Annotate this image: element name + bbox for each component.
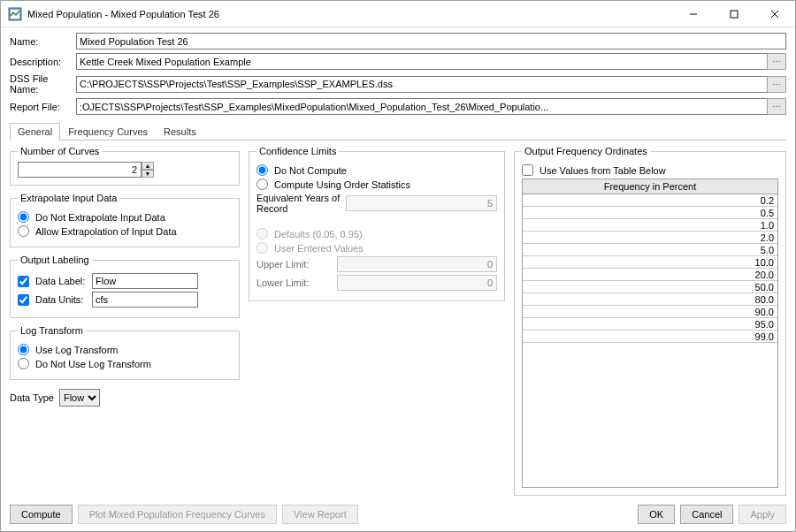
data-units-label: Data Units: bbox=[35, 294, 88, 305]
frequency-cell[interactable]: 1.0 bbox=[523, 219, 777, 232]
tab-frequency-curves[interactable]: Frequency Curves bbox=[60, 123, 156, 141]
log-transform-group: Log Transform Use Log Transform Do Not U… bbox=[10, 325, 240, 380]
data-units-input[interactable] bbox=[92, 292, 198, 308]
user-entered-radio: User Entered Values bbox=[256, 242, 497, 254]
lower-limit-label: Lower Limit: bbox=[256, 277, 332, 288]
svg-rect-3 bbox=[731, 11, 738, 18]
apply-button: Apply bbox=[739, 505, 786, 524]
close-button[interactable] bbox=[754, 1, 795, 27]
tab-bar: General Frequency Curves Results bbox=[10, 122, 786, 141]
extrapolate-yes-radio[interactable]: Allow Extrapolation of Input Data bbox=[18, 225, 232, 237]
output-frequency-ordinates-group: Output Frequency Ordinates Use Values fr… bbox=[514, 146, 786, 496]
number-of-curves-input[interactable] bbox=[18, 162, 142, 178]
confidence-limits-legend: Confidence Limits bbox=[256, 146, 339, 156]
name-input[interactable] bbox=[76, 33, 786, 49]
cancel-button[interactable]: Cancel bbox=[680, 505, 733, 524]
frequency-cell[interactable]: 0.5 bbox=[523, 207, 777, 219]
frequency-cell[interactable]: 5.0 bbox=[523, 244, 777, 256]
description-label: Description: bbox=[10, 57, 76, 67]
upper-limit-label: Upper Limit: bbox=[256, 259, 332, 270]
ok-button[interactable]: OK bbox=[638, 505, 675, 524]
extrapolate-legend: Extrapolate Input Data bbox=[18, 193, 119, 203]
data-label-label: Data Label: bbox=[35, 276, 88, 286]
confidence-limits-group: Confidence Limits Do Not Compute Compute… bbox=[249, 146, 505, 301]
tab-results[interactable]: Results bbox=[156, 123, 204, 141]
extrapolate-group: Extrapolate Input Data Do Not Extrapolat… bbox=[10, 193, 240, 247]
dssfile-input[interactable] bbox=[76, 76, 768, 93]
frequency-cell[interactable]: 20.0 bbox=[523, 269, 777, 281]
data-type-select[interactable]: Flow bbox=[59, 389, 100, 407]
log-use-radio[interactable]: Use Log Transform bbox=[18, 344, 232, 355]
minimize-button[interactable] bbox=[673, 1, 714, 27]
window-title: Mixed Population - Mixed Population Test… bbox=[27, 9, 219, 19]
view-report-button: View Report bbox=[282, 505, 358, 524]
dssfile-browse-button[interactable]: ⋯ bbox=[767, 76, 786, 93]
data-type-label: Data Type bbox=[10, 392, 54, 403]
use-values-check[interactable] bbox=[522, 164, 533, 176]
frequency-cell[interactable]: 90.0 bbox=[523, 306, 777, 318]
description-input[interactable] bbox=[76, 53, 768, 70]
upper-limit-input bbox=[337, 256, 497, 272]
eq-years-input[interactable] bbox=[346, 195, 497, 211]
reportfile-input[interactable] bbox=[76, 98, 768, 115]
order-stats-radio[interactable]: Compute Using Order Statistics bbox=[256, 179, 497, 190]
frequency-cell[interactable]: 95.0 bbox=[523, 318, 777, 331]
app-icon bbox=[8, 7, 22, 21]
tab-general[interactable]: General bbox=[10, 123, 60, 141]
lower-limit-input bbox=[337, 275, 497, 291]
spinner-down-icon[interactable]: ▼ bbox=[142, 170, 154, 178]
compute-button[interactable]: Compute bbox=[10, 505, 73, 524]
frequency-cell[interactable]: 0.2 bbox=[523, 194, 777, 207]
do-not-compute-radio[interactable]: Do Not Compute bbox=[256, 164, 497, 176]
reportfile-browse-button[interactable]: ⋯ bbox=[767, 98, 786, 115]
eq-years-label: Equivalent Years of Record bbox=[256, 193, 341, 214]
ordinates-legend: Output Frequency Ordinates bbox=[522, 146, 650, 156]
mixed-population-window: Mixed Population - Mixed Population Test… bbox=[0, 0, 796, 532]
log-no-radio[interactable]: Do Not Use Log Transform bbox=[18, 358, 232, 369]
output-labeling-legend: Output Labeling bbox=[18, 255, 92, 265]
data-label-input[interactable] bbox=[92, 273, 198, 289]
data-label-check[interactable] bbox=[18, 276, 29, 287]
frequency-cell[interactable]: 10.0 bbox=[523, 256, 777, 269]
extrapolate-no-radio[interactable]: Do Not Extrapolate Input Data bbox=[18, 211, 232, 223]
frequency-cell[interactable]: 2.0 bbox=[523, 232, 777, 244]
name-label: Name: bbox=[10, 36, 76, 47]
data-units-check[interactable] bbox=[18, 294, 29, 306]
number-of-curves-group: Number of Curves ▲ ▼ bbox=[10, 146, 240, 186]
defaults-radio: Defaults (0.05, 0.95) bbox=[256, 228, 497, 239]
plot-button: Plot Mixed Population Frequency Curves bbox=[78, 505, 277, 524]
titlebar: Mixed Population - Mixed Population Test… bbox=[1, 1, 795, 27]
log-transform-legend: Log Transform bbox=[18, 325, 86, 336]
use-values-check-row[interactable]: Use Values from Table Below bbox=[522, 164, 778, 176]
frequency-table-header: Frequency in Percent bbox=[523, 179, 777, 194]
spinner-up-icon[interactable]: ▲ bbox=[142, 162, 154, 170]
frequency-table[interactable]: Frequency in Percent 0.20.51.02.05.010.0… bbox=[522, 179, 778, 488]
frequency-cell[interactable]: 80.0 bbox=[523, 293, 777, 306]
dialog-footer: Compute Plot Mixed Population Frequency … bbox=[1, 499, 795, 531]
frequency-cell[interactable]: 50.0 bbox=[523, 281, 777, 293]
frequency-cell[interactable]: 99.0 bbox=[523, 331, 777, 343]
description-browse-button[interactable]: ⋯ bbox=[767, 53, 786, 70]
dssfile-label: DSS File Name: bbox=[10, 73, 76, 95]
output-labeling-group: Output Labeling Data Label: Data Units: bbox=[10, 255, 240, 318]
number-of-curves-legend: Number of Curves bbox=[18, 146, 102, 156]
tabpage-general: Number of Curves ▲ ▼ Extrapolate Input D… bbox=[10, 141, 786, 499]
maximize-button[interactable] bbox=[714, 1, 754, 27]
reportfile-label: Report File: bbox=[10, 102, 76, 112]
